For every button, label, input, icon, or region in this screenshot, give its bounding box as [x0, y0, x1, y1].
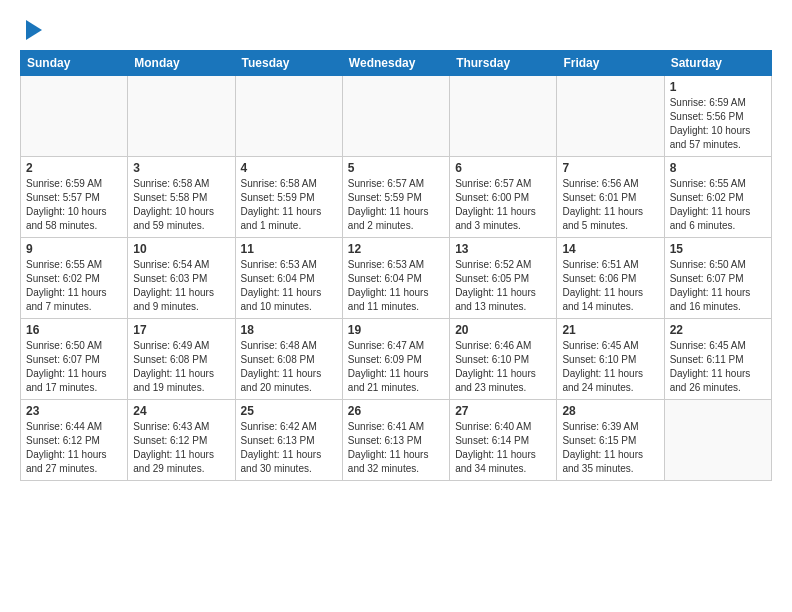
calendar-cell: 13Sunrise: 6:52 AM Sunset: 6:05 PM Dayli… [450, 238, 557, 319]
day-info: Sunrise: 6:57 AM Sunset: 5:59 PM Dayligh… [348, 177, 444, 233]
day-info: Sunrise: 6:52 AM Sunset: 6:05 PM Dayligh… [455, 258, 551, 314]
calendar-cell: 21Sunrise: 6:45 AM Sunset: 6:10 PM Dayli… [557, 319, 664, 400]
calendar-cell: 5Sunrise: 6:57 AM Sunset: 5:59 PM Daylig… [342, 157, 449, 238]
calendar-cell: 10Sunrise: 6:54 AM Sunset: 6:03 PM Dayli… [128, 238, 235, 319]
calendar-week-3: 16Sunrise: 6:50 AM Sunset: 6:07 PM Dayli… [21, 319, 772, 400]
day-number: 5 [348, 161, 444, 175]
day-header-tuesday: Tuesday [235, 51, 342, 76]
day-number: 3 [133, 161, 229, 175]
day-number: 21 [562, 323, 658, 337]
day-info: Sunrise: 6:58 AM Sunset: 5:58 PM Dayligh… [133, 177, 229, 233]
day-number: 23 [26, 404, 122, 418]
day-info: Sunrise: 6:39 AM Sunset: 6:15 PM Dayligh… [562, 420, 658, 476]
day-number: 2 [26, 161, 122, 175]
day-info: Sunrise: 6:59 AM Sunset: 5:57 PM Dayligh… [26, 177, 122, 233]
calendar-cell [664, 400, 771, 481]
logo-arrow-icon [26, 20, 42, 40]
day-number: 8 [670, 161, 766, 175]
calendar-week-4: 23Sunrise: 6:44 AM Sunset: 6:12 PM Dayli… [21, 400, 772, 481]
day-header-friday: Friday [557, 51, 664, 76]
day-number: 17 [133, 323, 229, 337]
calendar-cell: 8Sunrise: 6:55 AM Sunset: 6:02 PM Daylig… [664, 157, 771, 238]
calendar-cell [450, 76, 557, 157]
day-number: 28 [562, 404, 658, 418]
calendar-cell: 24Sunrise: 6:43 AM Sunset: 6:12 PM Dayli… [128, 400, 235, 481]
day-number: 4 [241, 161, 337, 175]
calendar-cell: 19Sunrise: 6:47 AM Sunset: 6:09 PM Dayli… [342, 319, 449, 400]
calendar-week-2: 9Sunrise: 6:55 AM Sunset: 6:02 PM Daylig… [21, 238, 772, 319]
day-header-saturday: Saturday [664, 51, 771, 76]
calendar-cell: 20Sunrise: 6:46 AM Sunset: 6:10 PM Dayli… [450, 319, 557, 400]
day-info: Sunrise: 6:46 AM Sunset: 6:10 PM Dayligh… [455, 339, 551, 395]
calendar-cell: 23Sunrise: 6:44 AM Sunset: 6:12 PM Dayli… [21, 400, 128, 481]
calendar-cell: 26Sunrise: 6:41 AM Sunset: 6:13 PM Dayli… [342, 400, 449, 481]
day-info: Sunrise: 6:45 AM Sunset: 6:11 PM Dayligh… [670, 339, 766, 395]
day-info: Sunrise: 6:59 AM Sunset: 5:56 PM Dayligh… [670, 96, 766, 152]
day-header-sunday: Sunday [21, 51, 128, 76]
day-number: 20 [455, 323, 551, 337]
calendar-cell: 1Sunrise: 6:59 AM Sunset: 5:56 PM Daylig… [664, 76, 771, 157]
day-number: 26 [348, 404, 444, 418]
calendar-cell: 7Sunrise: 6:56 AM Sunset: 6:01 PM Daylig… [557, 157, 664, 238]
day-number: 13 [455, 242, 551, 256]
day-info: Sunrise: 6:55 AM Sunset: 6:02 PM Dayligh… [670, 177, 766, 233]
day-info: Sunrise: 6:57 AM Sunset: 6:00 PM Dayligh… [455, 177, 551, 233]
day-header-thursday: Thursday [450, 51, 557, 76]
day-header-monday: Monday [128, 51, 235, 76]
day-info: Sunrise: 6:53 AM Sunset: 6:04 PM Dayligh… [348, 258, 444, 314]
day-info: Sunrise: 6:58 AM Sunset: 5:59 PM Dayligh… [241, 177, 337, 233]
calendar-cell: 11Sunrise: 6:53 AM Sunset: 6:04 PM Dayli… [235, 238, 342, 319]
day-number: 7 [562, 161, 658, 175]
calendar-cell: 17Sunrise: 6:49 AM Sunset: 6:08 PM Dayli… [128, 319, 235, 400]
day-info: Sunrise: 6:49 AM Sunset: 6:08 PM Dayligh… [133, 339, 229, 395]
day-info: Sunrise: 6:40 AM Sunset: 6:14 PM Dayligh… [455, 420, 551, 476]
calendar-cell: 14Sunrise: 6:51 AM Sunset: 6:06 PM Dayli… [557, 238, 664, 319]
day-header-wednesday: Wednesday [342, 51, 449, 76]
page-header [20, 20, 772, 40]
logo [20, 20, 42, 40]
day-number: 1 [670, 80, 766, 94]
day-info: Sunrise: 6:50 AM Sunset: 6:07 PM Dayligh… [670, 258, 766, 314]
calendar-week-0: 1Sunrise: 6:59 AM Sunset: 5:56 PM Daylig… [21, 76, 772, 157]
day-info: Sunrise: 6:51 AM Sunset: 6:06 PM Dayligh… [562, 258, 658, 314]
day-number: 22 [670, 323, 766, 337]
calendar-cell: 2Sunrise: 6:59 AM Sunset: 5:57 PM Daylig… [21, 157, 128, 238]
day-info: Sunrise: 6:56 AM Sunset: 6:01 PM Dayligh… [562, 177, 658, 233]
calendar-cell [235, 76, 342, 157]
day-info: Sunrise: 6:41 AM Sunset: 6:13 PM Dayligh… [348, 420, 444, 476]
day-number: 11 [241, 242, 337, 256]
day-number: 9 [26, 242, 122, 256]
day-info: Sunrise: 6:48 AM Sunset: 6:08 PM Dayligh… [241, 339, 337, 395]
day-number: 14 [562, 242, 658, 256]
calendar-cell: 12Sunrise: 6:53 AM Sunset: 6:04 PM Dayli… [342, 238, 449, 319]
day-info: Sunrise: 6:54 AM Sunset: 6:03 PM Dayligh… [133, 258, 229, 314]
day-info: Sunrise: 6:44 AM Sunset: 6:12 PM Dayligh… [26, 420, 122, 476]
calendar-cell: 6Sunrise: 6:57 AM Sunset: 6:00 PM Daylig… [450, 157, 557, 238]
day-info: Sunrise: 6:50 AM Sunset: 6:07 PM Dayligh… [26, 339, 122, 395]
calendar-header-row: SundayMondayTuesdayWednesdayThursdayFrid… [21, 51, 772, 76]
day-number: 15 [670, 242, 766, 256]
calendar-cell [21, 76, 128, 157]
day-number: 6 [455, 161, 551, 175]
calendar-cell: 28Sunrise: 6:39 AM Sunset: 6:15 PM Dayli… [557, 400, 664, 481]
day-number: 10 [133, 242, 229, 256]
calendar-cell: 25Sunrise: 6:42 AM Sunset: 6:13 PM Dayli… [235, 400, 342, 481]
day-number: 18 [241, 323, 337, 337]
calendar-week-1: 2Sunrise: 6:59 AM Sunset: 5:57 PM Daylig… [21, 157, 772, 238]
calendar-cell: 3Sunrise: 6:58 AM Sunset: 5:58 PM Daylig… [128, 157, 235, 238]
day-info: Sunrise: 6:42 AM Sunset: 6:13 PM Dayligh… [241, 420, 337, 476]
day-info: Sunrise: 6:53 AM Sunset: 6:04 PM Dayligh… [241, 258, 337, 314]
calendar-cell: 22Sunrise: 6:45 AM Sunset: 6:11 PM Dayli… [664, 319, 771, 400]
day-info: Sunrise: 6:55 AM Sunset: 6:02 PM Dayligh… [26, 258, 122, 314]
calendar-cell [557, 76, 664, 157]
calendar-cell: 18Sunrise: 6:48 AM Sunset: 6:08 PM Dayli… [235, 319, 342, 400]
day-number: 25 [241, 404, 337, 418]
calendar-cell [342, 76, 449, 157]
calendar-cell: 27Sunrise: 6:40 AM Sunset: 6:14 PM Dayli… [450, 400, 557, 481]
day-number: 27 [455, 404, 551, 418]
day-number: 19 [348, 323, 444, 337]
day-info: Sunrise: 6:43 AM Sunset: 6:12 PM Dayligh… [133, 420, 229, 476]
calendar-cell: 15Sunrise: 6:50 AM Sunset: 6:07 PM Dayli… [664, 238, 771, 319]
calendar-table: SundayMondayTuesdayWednesdayThursdayFrid… [20, 50, 772, 481]
day-info: Sunrise: 6:45 AM Sunset: 6:10 PM Dayligh… [562, 339, 658, 395]
